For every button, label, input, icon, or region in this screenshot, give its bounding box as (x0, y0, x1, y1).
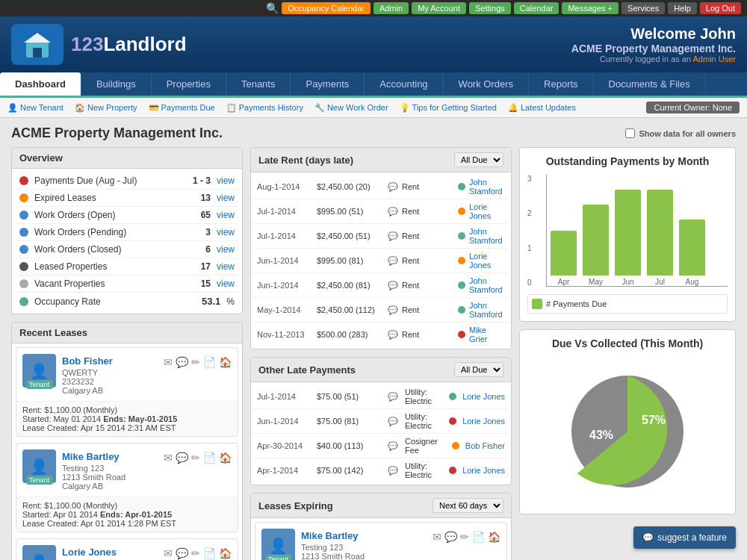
lorie-actions: ✉ 💬 ✏ 📄 🏠 (164, 547, 232, 559)
home-icon[interactable]: 🏠 (219, 356, 232, 368)
chat-icon[interactable]: 💬 (176, 452, 188, 464)
other-dot-3 (449, 467, 456, 474)
email-icon[interactable]: ✉ (164, 356, 173, 368)
edit-icon[interactable]: ✏ (191, 547, 200, 559)
new-tenant-link[interactable]: 👤 New Tenant (7, 103, 63, 113)
leased-view-link[interactable]: view (217, 261, 235, 272)
nav-reports[interactable]: Reports (529, 72, 594, 96)
home-icon[interactable]: 🏠 (219, 452, 232, 464)
wo-open-view-link[interactable]: view (217, 210, 235, 220)
other-tenant-3[interactable]: Lorie Jones (462, 466, 505, 475)
leases-expiring-filter[interactable]: Next 60 days (433, 498, 503, 513)
comment-icon-other-0[interactable]: 💬 (388, 392, 398, 402)
comment-icon-other-1[interactable]: 💬 (388, 417, 398, 426)
nav-payments[interactable]: Payments (291, 72, 365, 96)
chat-icon[interactable]: 💬 (444, 531, 457, 543)
tenant-link-5[interactable]: John Stamford (469, 301, 505, 319)
wo-pending-view-link[interactable]: view (217, 227, 235, 237)
nav-tenants[interactable]: Tenants (226, 72, 291, 96)
logo-text: 123Landlord (71, 33, 187, 56)
bob-avatar: 👤 Tenant (22, 354, 56, 388)
overview-row-vacant: Vacant Properties 15 view (16, 276, 238, 293)
tenant-link-1[interactable]: Lorie Jones (469, 202, 505, 220)
edit-icon[interactable]: ✏ (191, 452, 200, 464)
wo-closed-view-link[interactable]: view (217, 244, 235, 255)
other-tenant-1[interactable]: Lorie Jones (462, 417, 505, 426)
tenant-link-2[interactable]: John Stamford (469, 227, 505, 245)
overview-panel: Overview Payments Due (Aug - Jul) 1 - 3 … (11, 147, 243, 314)
bob-name[interactable]: Bob Fisher (62, 355, 113, 367)
other-tenant-0[interactable]: Lorie Jones (462, 392, 505, 401)
late-rent-title: Late Rent (days late) (258, 155, 353, 166)
tenant-link-3[interactable]: Lorie Jones (469, 252, 505, 270)
admin-button[interactable]: Admin (374, 2, 409, 14)
chat-icon[interactable]: 💬 (176, 547, 188, 559)
main-nav: Dashboard Buildings Properties Tenants P… (0, 72, 747, 98)
latest-updates-link[interactable]: 🔔 Latest Updates (508, 103, 576, 113)
mike-name[interactable]: Mike Bartley (62, 451, 120, 462)
occupancy-calendar-button[interactable]: Occupancy Calendar (282, 2, 371, 14)
my-account-button[interactable]: My Account (412, 2, 466, 14)
overview-row-payments: Payments Due (Aug - Jul) 1 - 3 view (16, 172, 238, 190)
chat-icon[interactable]: 💬 (176, 356, 188, 368)
nav-accounting[interactable]: Accounting (365, 72, 443, 96)
other-late-filter[interactable]: All Due (454, 362, 503, 377)
new-property-link[interactable]: 🏠 New Property (75, 103, 137, 113)
home-icon[interactable]: 🏠 (219, 547, 232, 559)
nav-dashboard[interactable]: Dashboard (0, 72, 81, 96)
lorie-name[interactable]: Lorie Jones (62, 547, 117, 558)
doc-icon[interactable]: 📄 (203, 356, 216, 368)
nav-properties[interactable]: Properties (152, 72, 226, 96)
payments-history-link[interactable]: 📋 Payments History (226, 103, 303, 113)
overview-row-wo-pending: Work Orders (Pending) 3 view (16, 224, 238, 241)
search-icon[interactable]: 🔍 (266, 2, 279, 14)
new-work-order-link[interactable]: 🔧 New Work Order (314, 103, 388, 113)
payments-view-link[interactable]: view (217, 175, 235, 186)
bell-icon: 🔔 (508, 103, 518, 113)
wrench-icon: 🔧 (314, 103, 325, 113)
doc-icon[interactable]: 📄 (203, 452, 216, 464)
tenant-link-6[interactable]: Mike Grier (469, 326, 505, 343)
email-icon[interactable]: ✉ (164, 547, 173, 559)
payments-due-link[interactable]: 💳 Payments Due (149, 103, 215, 113)
messages-button[interactable]: Messages + (562, 2, 619, 14)
email-icon[interactable]: ✉ (164, 452, 173, 464)
edit-icon[interactable]: ✏ (191, 356, 200, 368)
nav-workorders[interactable]: Work Orders (444, 72, 529, 96)
comment-icon-3[interactable]: 💬 (388, 256, 398, 266)
expired-view-link[interactable]: view (217, 193, 235, 203)
doc-icon[interactable]: 📄 (472, 531, 485, 543)
tenant-link-0[interactable]: John Stamford (469, 178, 505, 196)
tips-link[interactable]: 💡 Tips for Getting Started (400, 103, 497, 113)
comment-icon-4[interactable]: 💬 (388, 281, 398, 290)
edit-icon[interactable]: ✏ (460, 531, 469, 543)
show-all-checkbox[interactable] (625, 128, 635, 138)
comment-icon-1[interactable]: 💬 (388, 207, 398, 217)
vacant-view-link[interactable]: view (217, 279, 235, 289)
comment-icon-other-2[interactable]: 💬 (388, 441, 398, 451)
home-icon[interactable]: 🏠 (488, 531, 500, 543)
logout-button[interactable]: Log Out (700, 2, 741, 14)
suggest-feature-button[interactable]: 💬 suggest a feature (633, 526, 736, 549)
comment-icon-2[interactable]: 💬 (388, 231, 398, 241)
nav-buildings[interactable]: Buildings (81, 72, 152, 96)
services-button[interactable]: Services (622, 2, 665, 14)
calendar-button[interactable]: Calendar (514, 2, 560, 14)
expired-label: Expired Leases (34, 193, 201, 203)
comment-icon-other-3[interactable]: 💬 (388, 466, 398, 476)
comment-icon-0[interactable]: 💬 (388, 182, 398, 192)
tenant-dot-5 (458, 306, 465, 314)
pie-container: 43% 57% (527, 357, 728, 506)
late-rent-filter[interactable]: All Due (454, 152, 503, 167)
expiring-mike-name[interactable]: Mike Bartley (301, 530, 359, 541)
email-icon[interactable]: ✉ (433, 531, 441, 543)
nav-documents[interactable]: Documents & Files (594, 72, 706, 96)
doc-icon[interactable]: 📄 (203, 547, 216, 559)
comment-icon-6[interactable]: 💬 (388, 330, 398, 340)
tenant-link-4[interactable]: John Stamford (469, 276, 505, 294)
help-button[interactable]: Help (668, 2, 697, 14)
other-tenant-2[interactable]: Bob Fisher (465, 441, 505, 450)
settings-button[interactable]: Settings (469, 2, 511, 14)
comment-icon-5[interactable]: 💬 (388, 305, 398, 315)
rent-row-3: Jun-1-2014 $995.00 (81) 💬 Rent Lorie Jon… (253, 249, 509, 273)
